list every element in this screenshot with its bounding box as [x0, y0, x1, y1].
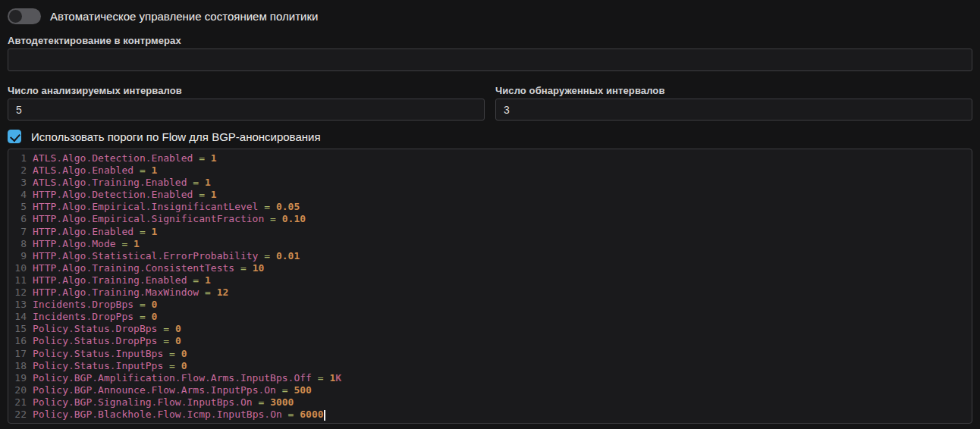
- line-number: 4: [8, 189, 27, 201]
- line-number: 15: [8, 323, 27, 335]
- code-text: Policy.BGP.Announce.Flow.Arms.InputPps.O…: [33, 384, 312, 396]
- line-number: 19: [8, 372, 27, 384]
- code-text: ATLS.Algo.Detection.Enabled = 1: [33, 152, 217, 164]
- flow-thresholds-checkbox-row: Использовать пороги по Flow для BGP-анон…: [8, 130, 972, 143]
- flow-thresholds-checkbox-label: Использовать пороги по Flow для BGP-анон…: [31, 130, 321, 143]
- autodetect-input[interactable]: [8, 49, 972, 71]
- line-number: 20: [8, 384, 27, 396]
- code-text: Incidents.DropBps = 0: [33, 299, 157, 311]
- line-number: 21: [8, 396, 27, 409]
- code-text: HTTP.Algo.Training.Enabled = 1: [33, 274, 211, 287]
- line-number: 8: [8, 238, 27, 250]
- code-text: Policy.BGP.Amplification.Flow.Arms.Input…: [33, 372, 341, 384]
- line-number: 10: [8, 262, 27, 274]
- line-number: 6: [8, 213, 27, 225]
- line-number: 11: [8, 274, 27, 287]
- code-text: HTTP.Algo.Statistical.ErrorProbability =…: [33, 250, 300, 262]
- line-number: 5: [8, 201, 27, 213]
- code-text: HTTP.Algo.Empirical.SignificantFraction …: [33, 213, 306, 225]
- line-number: 18: [8, 360, 27, 372]
- toggle-knob-icon: [9, 10, 22, 23]
- code-text: HTTP.Algo.Training.MaxWindow = 12: [33, 287, 228, 299]
- policy-settings-panel: Автоматическое управление состоянием пол…: [0, 0, 980, 429]
- auto-policy-toggle[interactable]: [8, 8, 41, 24]
- autodetect-field-block: Автодетектирование в контрмерах: [8, 35, 972, 71]
- line-number: 16: [8, 335, 27, 347]
- code-line[interactable]: 15Policy.Status.DropBps = 0: [8, 323, 972, 335]
- code-text: Policy.Status.DropBps = 0: [33, 323, 181, 335]
- code-text: ATLS.Algo.Training.Enabled = 1: [33, 177, 211, 189]
- detected-intervals-input[interactable]: [495, 99, 972, 121]
- code-text: HTTP.Algo.Detection.Enabled = 1: [33, 189, 217, 201]
- code-line[interactable]: 14Incidents.DropPps = 0: [8, 311, 972, 323]
- code-text: Policy.Status.InputBps = 0: [33, 348, 187, 360]
- line-number: 7: [8, 226, 27, 238]
- code-text: ATLS.Algo.Enabled = 1: [33, 164, 157, 177]
- line-number: 13: [8, 299, 27, 311]
- analyzed-intervals-block: Число анализируемых интервалов: [8, 85, 485, 121]
- code-text: HTTP.Algo.Empirical.InsignificantLevel =…: [33, 201, 300, 213]
- code-text: Policy.Status.InputPps = 0: [33, 360, 187, 372]
- code-line[interactable]: 8HTTP.Algo.Mode = 1: [8, 238, 972, 250]
- code-line[interactable]: 17Policy.Status.InputBps = 0: [8, 348, 972, 360]
- analyzed-intervals-input[interactable]: [8, 99, 485, 121]
- code-line[interactable]: 16Policy.Status.DropPps = 0: [8, 335, 972, 347]
- code-line[interactable]: 13Incidents.DropBps = 0: [8, 299, 972, 311]
- flow-thresholds-checkbox[interactable]: [8, 130, 21, 143]
- code-text: Policy.BGP.Signaling.Flow.InputBps.On = …: [33, 396, 294, 409]
- code-line[interactable]: 21Policy.BGP.Signaling.Flow.InputBps.On …: [8, 396, 972, 409]
- code-line[interactable]: 9HTTP.Algo.Statistical.ErrorProbability …: [8, 250, 972, 262]
- policy-config-code-editor[interactable]: 1ATLS.Algo.Detection.Enabled = 12ATLS.Al…: [8, 149, 972, 424]
- code-line[interactable]: 5HTTP.Algo.Empirical.InsignificantLevel …: [8, 201, 972, 213]
- line-number: 9: [8, 250, 27, 262]
- code-line[interactable]: 7HTTP.Algo.Enabled = 1: [8, 226, 972, 238]
- line-number: 1: [8, 152, 27, 164]
- code-line[interactable]: 6HTTP.Algo.Empirical.SignificantFraction…: [8, 213, 972, 225]
- code-line[interactable]: 3ATLS.Algo.Training.Enabled = 1: [8, 177, 972, 189]
- line-number: 12: [8, 287, 27, 299]
- detected-intervals-label: Число обнаруженных интервалов: [495, 85, 972, 96]
- analyzed-intervals-label: Число анализируемых интервалов: [8, 85, 485, 96]
- code-line[interactable]: 22Policy.BGP.Blackhole.Flow.Icmp.InputBp…: [8, 409, 972, 421]
- autodetect-field-label: Автодетектирование в контрмерах: [8, 35, 972, 46]
- code-line[interactable]: 2ATLS.Algo.Enabled = 1: [8, 164, 972, 177]
- code-line[interactable]: 18Policy.Status.InputPps = 0: [8, 360, 972, 372]
- line-number: 14: [8, 311, 27, 323]
- line-number: 3: [8, 177, 27, 189]
- code-text: HTTP.Algo.Enabled = 1: [33, 226, 157, 238]
- auto-policy-toggle-label: Автоматическое управление состоянием пол…: [50, 10, 318, 23]
- code-line[interactable]: 10HTTP.Algo.Training.ConsistentTests = 1…: [8, 262, 972, 274]
- code-line[interactable]: 12HTTP.Algo.Training.MaxWindow = 12: [8, 287, 972, 299]
- code-text: Incidents.DropPps = 0: [33, 311, 157, 323]
- code-text: HTTP.Algo.Mode = 1: [33, 238, 140, 250]
- code-line[interactable]: 11HTTP.Algo.Training.Enabled = 1: [8, 274, 972, 287]
- line-number: 22: [8, 409, 27, 421]
- line-number: 17: [8, 348, 27, 360]
- code-text: Policy.Status.DropPps = 0: [33, 335, 181, 347]
- code-line[interactable]: 1ATLS.Algo.Detection.Enabled = 1: [8, 152, 972, 164]
- code-text: HTTP.Algo.Training.ConsistentTests = 10: [33, 262, 264, 274]
- code-line[interactable]: 4HTTP.Algo.Detection.Enabled = 1: [8, 189, 972, 201]
- text-caret: [324, 410, 325, 421]
- intervals-grid: Число анализируемых интервалов Число обн…: [8, 85, 972, 121]
- code-line[interactable]: 19Policy.BGP.Amplification.Flow.Arms.Inp…: [8, 372, 972, 384]
- line-number: 2: [8, 164, 27, 177]
- detected-intervals-block: Число обнаруженных интервалов: [495, 85, 972, 121]
- code-text: Policy.BGP.Blackhole.Flow.Icmp.InputBps.…: [33, 409, 325, 421]
- auto-policy-toggle-row: Автоматическое управление состоянием пол…: [8, 8, 972, 24]
- code-line[interactable]: 20Policy.BGP.Announce.Flow.Arms.InputPps…: [8, 384, 972, 396]
